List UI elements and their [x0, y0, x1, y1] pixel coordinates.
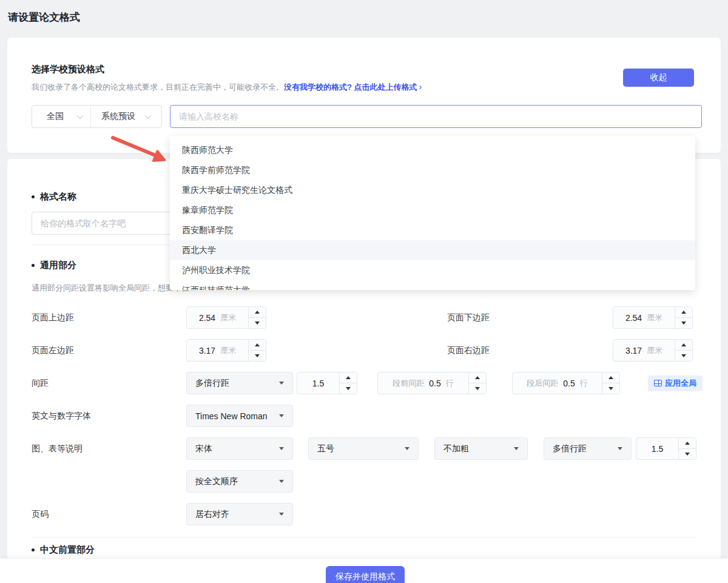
- chevron-down-icon: [144, 112, 151, 119]
- field-label: 页面左边距: [32, 339, 186, 362]
- dropdown-item[interactable]: 江西科技师范大学: [170, 280, 695, 290]
- caret-down-icon: [279, 382, 284, 385]
- save-and-use-format-button[interactable]: 保存并使用格式: [326, 566, 405, 583]
- preset-description: 我们收录了各个高校的论文格式要求，目前正在完善中，可能收录不全。没有我学校的格式…: [32, 82, 422, 93]
- dropdown-item[interactable]: 陕西学前师范学院: [170, 160, 695, 180]
- stepper-down-button[interactable]: [602, 383, 619, 394]
- stepper-value[interactable]: 2.54: [625, 313, 642, 323]
- stepper-value[interactable]: 3.17: [199, 346, 215, 356]
- stepper-label: 段前间距: [393, 378, 424, 389]
- bottom-margin-stepper: 2.54厘米: [613, 306, 693, 329]
- stepper-value[interactable]: 0.5: [563, 379, 575, 388]
- stepper-down-button[interactable]: [675, 317, 692, 328]
- line-spacing-value-stepper: 1.5: [297, 372, 357, 394]
- caption-size-select[interactable]: 五号: [308, 437, 419, 460]
- caption-order-row: 按全文顺序: [32, 470, 721, 493]
- stepper-value[interactable]: 2.54: [199, 313, 215, 323]
- field-label: 图、表等说明: [32, 437, 186, 460]
- chevron-down-icon: [76, 112, 83, 119]
- caret-down-icon: [618, 447, 622, 450]
- field-label: 间距: [32, 372, 186, 394]
- stepper-down-button[interactable]: [469, 383, 486, 394]
- stepper-down-button[interactable]: [675, 350, 692, 361]
- stepper-down-button[interactable]: [679, 448, 696, 459]
- preset-description-text: 我们收录了各个高校的论文格式要求，目前正在完善中，可能收录不全。: [32, 83, 284, 92]
- stepper-value[interactable]: 1.5: [652, 444, 663, 454]
- chinese-front-section-heading: 中文前置部分: [32, 544, 721, 556]
- region-select-value: 全国: [47, 111, 64, 122]
- margin-row-left-right: 页面左边距 3.17厘米 页面右边距 3.17厘米: [32, 339, 721, 362]
- stepper-value[interactable]: 3.17: [625, 346, 642, 356]
- bullet-dot-icon: [32, 548, 35, 551]
- stepper-up-button[interactable]: [679, 438, 696, 448]
- dropdown-item[interactable]: 陕西师范大学: [170, 140, 695, 160]
- right-margin-stepper: 3.17厘米: [613, 339, 693, 362]
- caption-style-row: 图、表等说明 宋体 五号 不加粗 多倍行距 1.5: [32, 437, 721, 460]
- stepper-down-button[interactable]: [340, 383, 357, 394]
- stepper-up-button[interactable]: [249, 340, 266, 350]
- stepper-value[interactable]: 0.5: [429, 379, 440, 388]
- bullet-dot-icon: [32, 195, 35, 198]
- caption-order-select[interactable]: 按全文顺序: [186, 470, 293, 493]
- region-select[interactable]: 全国: [32, 106, 90, 127]
- caption-weight-select[interactable]: 不加粗: [434, 437, 528, 460]
- stepper-value[interactable]: 1.5: [312, 379, 324, 388]
- margin-row-top-bottom: 页面上边距 2.54厘米 页面下边距 2.54厘米: [32, 306, 721, 329]
- footer-bar: 保存并使用格式: [0, 558, 728, 583]
- collapse-button[interactable]: 收起: [623, 69, 694, 87]
- dropdown-item[interactable]: 西北大学: [170, 240, 695, 260]
- dropdown-item[interactable]: 重庆大学硕士研究生论文格式: [170, 180, 695, 200]
- page-title: 请设置论文格式: [8, 10, 80, 24]
- apply-global-button[interactable]: 应用全局: [648, 376, 703, 391]
- preset-section-title: 选择学校预设格式: [32, 64, 104, 75]
- field-label: 英文与数字字体: [32, 405, 186, 427]
- university-search-input[interactable]: [170, 105, 702, 128]
- stepper-up-button[interactable]: [675, 340, 692, 350]
- field-label: 页码: [32, 503, 186, 525]
- preset-source-select-value: 系统预设: [101, 111, 135, 122]
- top-margin-stepper: 2.54厘米: [186, 306, 266, 329]
- stepper-up-button[interactable]: [469, 372, 486, 383]
- page-number-align-select[interactable]: 居右对齐: [186, 503, 293, 525]
- unit-label: 厘米: [647, 312, 662, 323]
- field-label: 页面右边距: [447, 339, 613, 362]
- preset-filter-group: 全国 系统预设: [32, 105, 162, 128]
- after-paragraph-spacing-stepper: 段后间距0.5行: [512, 372, 620, 394]
- left-margin-stepper: 3.17厘米: [186, 339, 266, 362]
- stepper-up-button[interactable]: [602, 372, 619, 383]
- english-font-row: 英文与数字字体 Times New Roman: [32, 405, 721, 427]
- caret-down-icon: [514, 447, 519, 450]
- caption-line-spacing-select[interactable]: 多倍行距: [544, 437, 632, 460]
- english-font-select[interactable]: Times New Roman: [186, 405, 293, 427]
- before-paragraph-spacing-stepper: 段前间距0.5行: [377, 372, 487, 394]
- spacing-row: 间距 多倍行距 1.5 段前间距0.5行 段后间距0.5行 应用全局: [32, 372, 721, 394]
- unit-label: 厘米: [220, 312, 236, 323]
- field-label: 页面上边距: [32, 306, 186, 329]
- dropdown-item[interactable]: 西安翻译学院: [170, 220, 695, 240]
- caret-down-icon: [279, 447, 284, 450]
- stepper-up-button[interactable]: [340, 372, 357, 383]
- dropdown-item[interactable]: 豫章师范学院: [170, 200, 695, 220]
- caption-line-value-stepper: 1.5: [636, 437, 696, 460]
- field-label: 页面下边距: [447, 306, 613, 329]
- line-spacing-mode-select[interactable]: 多倍行距: [186, 372, 293, 394]
- unit-label: 行: [446, 378, 454, 389]
- page-number-row: 页码 居右对齐: [32, 503, 721, 525]
- stepper-up-button[interactable]: [249, 307, 266, 317]
- upload-format-link[interactable]: 没有我学校的格式? 点击此处上传格式›: [284, 83, 422, 92]
- section-divider: [32, 537, 696, 538]
- stepper-down-button[interactable]: [249, 350, 266, 361]
- stepper-down-button[interactable]: [249, 317, 266, 328]
- grid-icon: [654, 380, 662, 386]
- unit-label: 厘米: [220, 345, 236, 356]
- caption-font-select[interactable]: 宋体: [186, 437, 293, 460]
- stepper-up-button[interactable]: [675, 307, 692, 317]
- dropdown-item[interactable]: 泸州职业技术学院: [170, 260, 695, 280]
- university-dropdown: 陕西师范大学陕西学前师范学院重庆大学硕士研究生论文格式豫章师范学院西安翻译学院西…: [170, 136, 695, 290]
- unit-label: 厘米: [647, 345, 662, 356]
- caret-down-icon: [279, 414, 284, 417]
- caret-down-icon: [279, 513, 284, 516]
- preset-source-select[interactable]: 系统预设: [91, 106, 161, 127]
- unit-label: 行: [580, 378, 588, 389]
- caret-down-icon: [405, 447, 410, 450]
